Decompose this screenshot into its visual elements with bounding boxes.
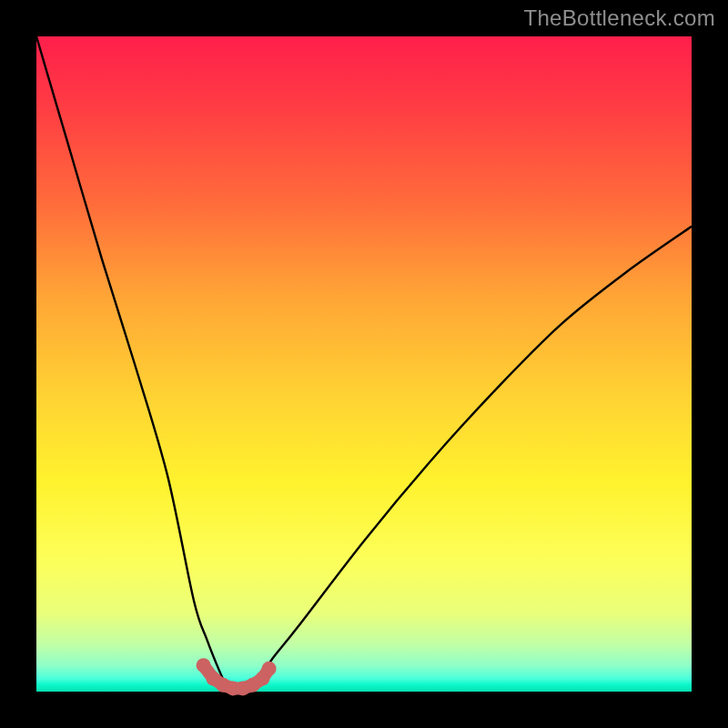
optimal-range-dot: [197, 658, 211, 672]
chart-frame: TheBottleneck.com: [0, 0, 728, 728]
curve-svg: [36, 36, 692, 692]
optimal-range-dot: [262, 662, 277, 676]
optimal-range-markers: [197, 658, 277, 695]
bottleneck-curve: [36, 36, 692, 693]
plot-area: [36, 36, 692, 692]
watermark-text: TheBottleneck.com: [523, 5, 715, 31]
